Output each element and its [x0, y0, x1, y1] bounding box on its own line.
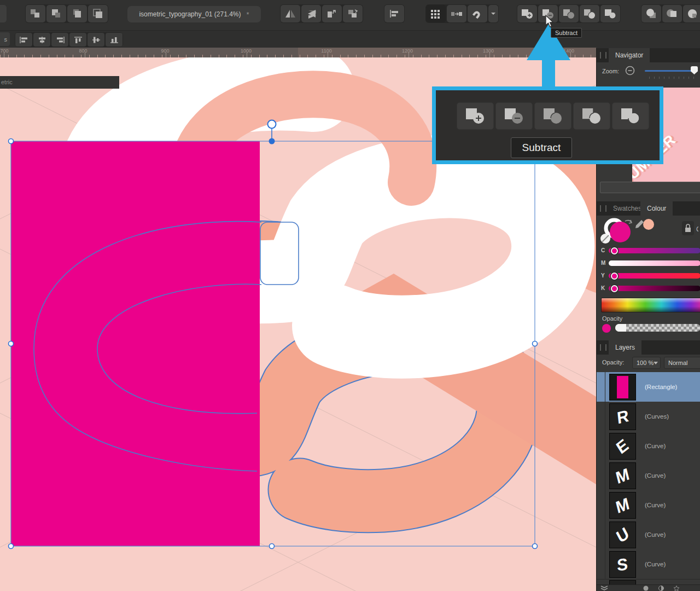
popup-add-button[interactable]	[457, 102, 494, 130]
layer-row-r[interactable]: R (Curves)	[597, 402, 700, 432]
align-top-button[interactable]	[69, 33, 86, 47]
layer-row-s[interactable]: S (Curve)	[597, 549, 700, 580]
partial-panel-tab[interactable]: s	[0, 32, 10, 46]
intersect-button[interactable]	[559, 5, 579, 22]
horizontal-ruler[interactable]: 700 800 900 1000 1100 1200 1300 1400	[0, 48, 596, 57]
layer-row-m2[interactable]: M (Curve)	[597, 490, 700, 520]
black-slider[interactable]	[609, 286, 700, 291]
combine-icon	[604, 8, 617, 19]
mask-layer-icon[interactable]	[643, 586, 649, 591]
handle-bottom-right[interactable]	[533, 544, 538, 549]
align-center-button[interactable]	[33, 33, 50, 47]
blend-mode-dropdown[interactable]: Normal	[664, 357, 700, 369]
panel-drag-handle[interactable]	[600, 205, 606, 212]
picked-colour-swatch[interactable]	[643, 219, 654, 230]
colour-opacity-label: Opacity	[602, 315, 622, 322]
colour-model-partial[interactable]: C	[696, 225, 698, 233]
subtract-callout-popup: Subtract	[432, 86, 663, 164]
align-middle-button[interactable]	[88, 33, 104, 47]
panel-drag-handle[interactable]	[600, 344, 606, 351]
insert-on-top-button[interactable]	[662, 5, 682, 22]
handle-bottom-mid[interactable]	[270, 544, 275, 549]
popup-divide-button[interactable]	[573, 102, 610, 130]
swatch-search-input[interactable]	[600, 182, 700, 193]
align-left-button[interactable]	[15, 33, 32, 47]
black-slider-handle[interactable]	[611, 285, 618, 292]
snapping-button[interactable]	[468, 5, 487, 22]
align-middle-icon	[91, 36, 101, 44]
insert-behind-button[interactable]	[641, 5, 661, 22]
yellow-slider-handle[interactable]	[611, 273, 618, 280]
opacity-slider[interactable]	[615, 324, 700, 332]
popup-subtract-button[interactable]	[495, 102, 533, 130]
swap-colours-icon[interactable]	[625, 220, 632, 223]
handle-bottom-left[interactable]	[9, 544, 14, 549]
ruler-tick-label: 1100	[321, 48, 331, 54]
flip-horizontal-button[interactable]	[281, 5, 300, 22]
divide-button[interactable]	[580, 5, 599, 22]
insert-inside-button[interactable]	[683, 5, 700, 22]
cursor-pointer-icon	[545, 15, 554, 28]
rotate-ccw-icon	[325, 8, 339, 19]
colour-spectrum-bar[interactable]	[601, 298, 700, 312]
snapping-dropdown-button[interactable]	[488, 5, 498, 22]
top-mid-handle[interactable]	[269, 138, 275, 144]
layer-row-e[interactable]: E (Curve)	[597, 431, 700, 461]
layer-label: (Curve)	[645, 502, 666, 508]
move-to-front-button[interactable]	[88, 5, 108, 22]
document-tab[interactable]: isometric_typography_01 (271.4%) *	[127, 6, 261, 22]
layer-row-m1[interactable]: M (Curve)	[597, 461, 700, 491]
magenta-slider[interactable]	[609, 260, 700, 266]
cyan-slider[interactable]	[609, 248, 700, 253]
zoom-slider-handle[interactable]	[691, 66, 698, 74]
toolbar-partial-button[interactable]	[0, 5, 7, 22]
panel-drag-handle[interactable]	[600, 52, 606, 59]
handle-mid-right[interactable]	[533, 341, 538, 346]
transform-separately-button[interactable]	[447, 5, 466, 22]
flip-vertical-button[interactable]	[301, 5, 321, 22]
fill-colour-well[interactable]	[610, 222, 631, 242]
magenta-rectangle[interactable]	[11, 141, 260, 546]
rectangle-thumb-shape	[617, 376, 628, 398]
main-toolbar: isometric_typography_01 (271.4%) *	[0, 0, 700, 31]
zoom-slider-track[interactable]	[645, 70, 697, 72]
eyedropper-icon[interactable]	[635, 220, 644, 228]
layer-row-gutter	[597, 402, 605, 431]
tab-navigator[interactable]: Navigator	[609, 48, 650, 62]
cyan-slider-handle[interactable]	[611, 247, 618, 254]
move-back-one-button[interactable]	[46, 5, 66, 22]
move-forward-one-button[interactable]	[67, 5, 87, 22]
tab-colour[interactable]: Colour	[640, 201, 673, 216]
add-button[interactable]	[517, 5, 537, 22]
handle-mid-left[interactable]	[9, 341, 14, 346]
layer-thumbnail: M	[609, 492, 636, 519]
move-to-back-button[interactable]	[26, 5, 45, 22]
combine-button[interactable]	[600, 5, 620, 22]
alignment-menu-button[interactable]	[384, 5, 404, 22]
layer-row-u[interactable]: U (Curve)	[597, 520, 700, 550]
tab-layers[interactable]: Layers	[609, 340, 641, 355]
rotate-cw-button[interactable]	[343, 5, 363, 22]
align-left-icon	[19, 36, 29, 44]
layer-opacity-dropdown[interactable]: 100 %	[632, 357, 661, 369]
ruler-tick-label: 800	[79, 48, 87, 54]
grid-toggle-button[interactable]	[426, 5, 446, 22]
adjustment-layer-icon[interactable]	[658, 586, 664, 591]
rotate-ccw-button[interactable]	[322, 5, 342, 22]
combine-icon	[620, 107, 641, 125]
rotation-handle[interactable]	[268, 120, 276, 129]
fx-layer-icon[interactable]	[673, 586, 680, 591]
transform-separately-icon	[450, 9, 463, 19]
zoom-out-icon[interactable]	[625, 66, 635, 76]
popup-intersect-button[interactable]	[534, 102, 571, 130]
layer-row-rectangle[interactable]: (Rectangle)	[597, 372, 700, 402]
move-forward-one-icon	[71, 8, 84, 19]
artboard-label[interactable]: etric	[0, 76, 119, 89]
align-bottom-button[interactable]	[106, 33, 122, 47]
popup-combine-button[interactable]	[612, 102, 649, 130]
collapse-all-icon[interactable]	[600, 586, 609, 591]
align-right-button[interactable]	[51, 33, 68, 47]
yellow-slider[interactable]	[609, 273, 700, 279]
layers-opacity-label: Opacity:	[602, 359, 624, 366]
handle-top-left[interactable]	[9, 139, 14, 144]
